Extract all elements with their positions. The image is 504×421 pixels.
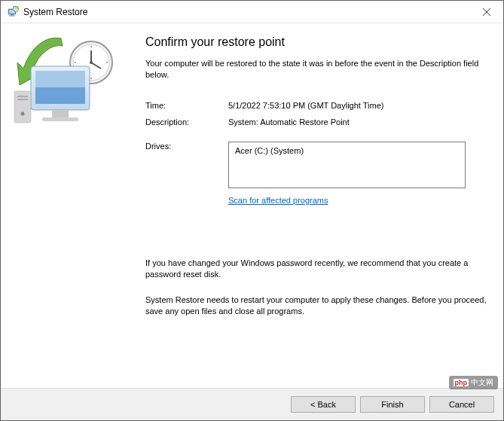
svg-point-14 <box>90 78 92 79</box>
finish-button[interactable]: Finish <box>360 396 425 413</box>
restart-warning-text: System Restore needs to restart your com… <box>145 294 488 318</box>
window-title: System Restore <box>23 7 87 17</box>
drives-row: Drives: Acer (C:) (System) <box>145 142 488 188</box>
svg-rect-23 <box>17 96 28 97</box>
svg-point-15 <box>75 62 76 63</box>
password-warning-text: If you have changed your Windows passwor… <box>145 258 488 281</box>
time-row: Time: 5/1/2022 7:53:10 PM (GMT Daylight … <box>145 101 488 110</box>
svg-point-25 <box>21 112 25 116</box>
content-area: Confirm your restore point Your computer… <box>1 23 503 388</box>
watermark-text: 中文网 <box>471 377 493 388</box>
scan-affected-programs-link[interactable]: Scan for affected programs <box>228 196 328 205</box>
time-label: Time: <box>145 101 228 110</box>
left-pane <box>1 23 136 388</box>
drives-label: Drives: <box>145 142 228 188</box>
svg-rect-3 <box>9 15 15 16</box>
cancel-button[interactable]: Cancel <box>429 396 494 413</box>
back-button[interactable]: < Back <box>291 396 356 413</box>
right-pane: Confirm your restore point Your computer… <box>136 23 503 388</box>
svg-rect-24 <box>17 99 28 100</box>
svg-rect-19 <box>35 71 85 87</box>
watermark: php 中文网 <box>449 376 499 389</box>
svg-rect-21 <box>42 117 78 121</box>
description-value: System: Automatic Restore Point <box>228 117 350 127</box>
svg-point-13 <box>90 46 92 47</box>
time-value: 5/1/2022 7:53:10 PM (GMT Daylight Time) <box>228 101 383 110</box>
drive-item: Acer (C:) (System) <box>235 146 304 155</box>
description-row: Description: System: Automatic Restore P… <box>145 117 488 127</box>
button-bar: < Back Finish Cancel <box>1 388 503 420</box>
drives-list: Acer (C:) (System) <box>228 142 466 188</box>
svg-rect-2 <box>11 14 14 16</box>
close-button[interactable] <box>469 1 503 23</box>
scan-link-row: Scan for affected programs <box>228 196 488 205</box>
page-subtitle: Your computer will be restored to the st… <box>145 58 488 81</box>
watermark-logo: php <box>454 379 469 386</box>
restore-illustration-icon <box>8 32 129 138</box>
titlebar: System Restore <box>1 1 503 23</box>
svg-rect-20 <box>52 110 69 117</box>
system-restore-window: System Restore <box>0 0 504 421</box>
svg-point-16 <box>106 62 108 63</box>
description-label: Description: <box>145 117 228 127</box>
system-restore-icon <box>7 6 19 18</box>
page-title: Confirm your restore point <box>145 35 488 49</box>
